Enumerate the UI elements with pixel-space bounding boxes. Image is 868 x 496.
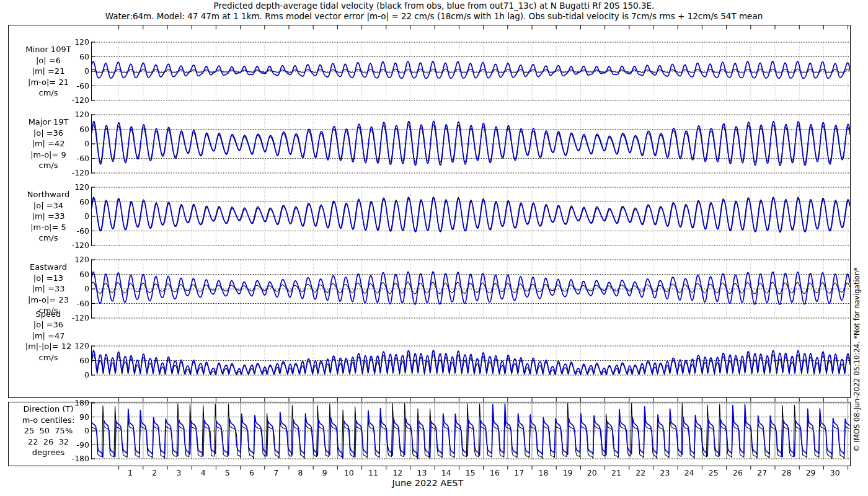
chart-canvas: [0, 0, 868, 496]
tidal-velocity-figure: Predicted depth-average tidal velocity (…: [0, 0, 868, 496]
